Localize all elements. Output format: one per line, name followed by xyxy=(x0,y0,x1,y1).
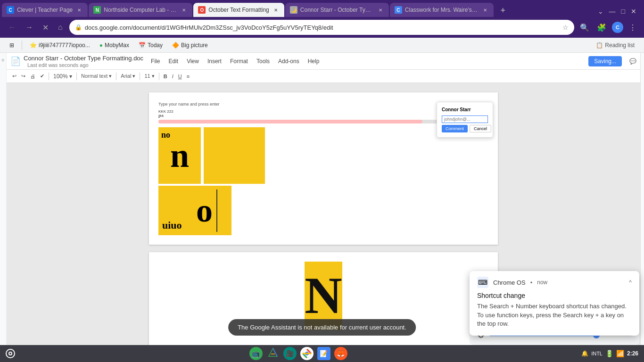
bookmark-today[interactable]: 📅 Today xyxy=(135,40,166,50)
share-comment-button[interactable]: Comment xyxy=(442,125,468,132)
zoom-dropdown[interactable]: 100% ▾ xyxy=(51,72,74,81)
share-user-name: Connor Starr xyxy=(442,107,488,112)
extension-icon[interactable]: 🧩 xyxy=(595,21,608,34)
minimize-button[interactable]: — xyxy=(607,6,618,17)
tab-october[interactable]: O October Text Formatting ✕ xyxy=(193,3,284,17)
home-button[interactable]: ⌂ xyxy=(55,21,66,33)
launcher-button[interactable] xyxy=(6,349,15,358)
align-left-button[interactable]: ≡ xyxy=(185,73,191,80)
more-options-icon[interactable]: ⋮ xyxy=(627,21,638,34)
docs-filename[interactable]: Connor Starr - October Type Formatting.d… xyxy=(24,55,143,62)
browser-chrome: C Clever | Teacher Page ✕ N Northside Co… xyxy=(0,0,644,53)
outline-icon[interactable]: ≡ xyxy=(2,58,5,63)
fontsize-dropdown[interactable]: 11 ▾ xyxy=(142,72,156,80)
tab-favicon-classwork: C xyxy=(395,6,402,14)
docs-title-bar: 📄 Connor Starr - October Type Formatting… xyxy=(7,53,640,70)
tab-northside[interactable]: N Northside Computer Lab - 3rd ✕ xyxy=(89,3,192,17)
menu-help[interactable]: Help xyxy=(304,56,323,66)
bold-button[interactable]: B xyxy=(162,73,169,80)
italic-button[interactable]: I xyxy=(170,73,175,80)
address-bar: ← → ✕ ⌂ 🔒 docs.google.com/document/d/1WG… xyxy=(0,17,644,38)
app-gdrive[interactable] xyxy=(266,347,280,360)
docs-save-button[interactable]: Saving... xyxy=(588,56,622,66)
app-docs[interactable]: 📝 xyxy=(317,347,330,360)
tab-close-northside[interactable]: ✕ xyxy=(180,6,188,14)
svg-marker-1 xyxy=(269,348,277,356)
tray-left xyxy=(0,349,15,358)
menu-edit[interactable]: Edit xyxy=(165,56,182,66)
app-meet[interactable]: 🎥 xyxy=(283,347,297,360)
bookmark-bigpicture[interactable]: 🔶 Big picture xyxy=(168,40,212,50)
lock-icon: 🔒 xyxy=(75,24,82,31)
bookmark-star-icon[interactable]: ☆ xyxy=(562,24,569,31)
bookmark-apps[interactable]: ⊞ xyxy=(6,40,18,50)
menu-file[interactable]: File xyxy=(147,56,164,66)
share-buttons: Comment Cancel xyxy=(442,125,488,132)
address-bar-icons: ☆ xyxy=(562,24,569,31)
maximize-button[interactable]: □ xyxy=(619,6,627,17)
forward-button[interactable]: → xyxy=(23,21,36,33)
app-chrome[interactable] xyxy=(300,347,314,360)
close-window-button[interactable]: ✕ xyxy=(629,6,638,17)
menu-insert[interactable]: Insert xyxy=(204,56,225,66)
style-dropdown[interactable]: Normal text ▾ xyxy=(79,72,114,80)
address-input[interactable]: 🔒 docs.google.com/document/d/1WGfHrMUlv2… xyxy=(69,20,574,35)
bookmark-bigpicture-label: Big picture xyxy=(181,42,208,49)
spellcheck-button[interactable]: ✔ xyxy=(38,72,46,80)
notification-panel: ⌨ Chrome OS • now ^ Shortcut change The … xyxy=(470,271,639,336)
print-button[interactable]: 🖨 xyxy=(28,73,37,80)
tab-close-clever[interactable]: ✕ xyxy=(75,6,83,14)
font-dropdown[interactable]: Arial ▾ xyxy=(119,72,137,80)
profile-avatar[interactable]: C xyxy=(612,22,623,33)
bookmark-iopoo[interactable]: ⭐ i9jiiii7477777iopoo... xyxy=(26,40,94,50)
docs-menu: File Edit View Insert Format Tools Add-o… xyxy=(147,56,323,66)
tab-list-button[interactable]: ⌄ xyxy=(596,6,605,17)
menu-addons[interactable]: Add-ons xyxy=(274,56,303,66)
menu-format[interactable]: Format xyxy=(226,56,252,66)
tab-classwork[interactable]: C Classwork for Mrs. Waire's 3rd... ✕ xyxy=(390,3,494,17)
small-text-no: no xyxy=(161,130,170,140)
meet-icon: 🎥 xyxy=(286,350,294,357)
menu-view[interactable]: View xyxy=(183,56,203,66)
search-circle-icon xyxy=(8,352,12,355)
gdrive-icon xyxy=(268,347,278,360)
tab-clever[interactable]: C Clever | Teacher Page ✕ xyxy=(2,3,88,17)
notification-header: ⌨ Chrome OS • now ^ xyxy=(470,271,639,292)
notification-chevron[interactable]: ^ xyxy=(629,279,632,286)
docs-comments-icon[interactable]: 💬 xyxy=(629,58,636,65)
tray-time[interactable]: 2:26 xyxy=(627,350,638,357)
reading-list-button[interactable]: 📋 Reading list xyxy=(592,40,638,50)
new-tab-button[interactable]: + xyxy=(496,4,510,17)
wifi-icon: 📶 xyxy=(616,350,624,357)
bookmark-mobymax[interactable]: ● MobyMax xyxy=(96,40,133,50)
undo-button[interactable]: ↩ xyxy=(10,72,18,80)
yellow-box-right-1 xyxy=(204,127,265,184)
doc-page-1: Connor Starr Comment Cancel Type your na… xyxy=(149,92,498,245)
underline-button[interactable]: U xyxy=(176,73,184,80)
doc-page-area: Connor Starr Comment Cancel Type your na… xyxy=(149,92,498,336)
menu-tools[interactable]: Tools xyxy=(253,56,273,66)
tab-close-classwork[interactable]: ✕ xyxy=(481,6,489,14)
reload-button[interactable]: ✕ xyxy=(40,21,51,34)
fmt-separator-2 xyxy=(76,73,77,80)
tab-close-connor[interactable]: ✕ xyxy=(377,6,384,14)
share-cancel-button[interactable]: Cancel xyxy=(470,125,491,132)
url-text: docs.google.com/document/d/1WGfHrMUlv2Dm… xyxy=(85,24,560,31)
tab-close-october[interactable]: ✕ xyxy=(272,6,280,14)
assistant-toast: The Google Assistant is not available fo… xyxy=(228,319,416,336)
redo-button[interactable]: ↪ xyxy=(19,72,27,80)
yellow-row-2: uiuo o xyxy=(158,186,488,235)
tab-connor[interactable]: 🌙 Connor Starr - October Type F... ✕ xyxy=(285,3,389,17)
search-icon[interactable]: 🔍 xyxy=(578,21,591,34)
app-firefox[interactable]: 🦊 xyxy=(334,347,347,360)
app-screencast[interactable]: 📺 xyxy=(249,347,263,360)
tab-favicon-connor: 🌙 xyxy=(290,6,297,14)
svg-marker-0 xyxy=(269,348,277,356)
docs-sidebar-left: ≡ xyxy=(0,53,7,345)
back-button[interactable]: ← xyxy=(6,21,19,33)
keyboard-layout-label[interactable]: INTL xyxy=(591,351,603,356)
big-letter-o: o xyxy=(196,192,213,230)
bookmarks-bar: ⊞ ⭐ i9jiiii7477777iopoo... ● MobyMax 📅 T… xyxy=(0,38,644,53)
share-input-field[interactable] xyxy=(442,115,488,123)
reading-list-icon: 📋 xyxy=(596,42,603,49)
